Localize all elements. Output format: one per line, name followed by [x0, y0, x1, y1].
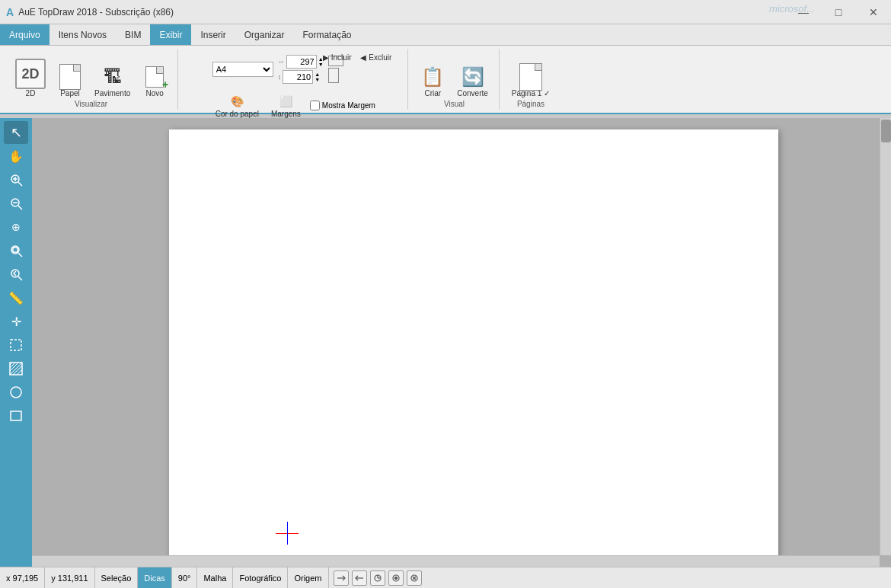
btn-converte-label: Converte — [457, 89, 488, 97]
svg-line-8 — [18, 253, 22, 257]
status-mode: Seleção — [95, 567, 139, 588]
app-logo-icon: A — [6, 6, 14, 18]
tool-pan[interactable]: ✛ — [4, 310, 28, 333]
left-toolbar: ↖ ✋ ⊕ 📏 ✛ — [0, 118, 32, 567]
vertical-scrollbar[interactable] — [880, 118, 891, 555]
ribbon: 2D 2D Papel 🏗 Pavimento — [0, 46, 891, 114]
btn-pavimento[interactable]: 🏗 Pavimento — [90, 62, 135, 100]
ribbon-visual-items: 📋 Criar 🔄 Converte — [416, 49, 493, 100]
criar-icon: 📋 — [420, 65, 445, 89]
fotografico-label: Fotográfico — [239, 574, 281, 583]
pavimento-icon: 🏗 — [101, 65, 125, 89]
novo-icon: + — [142, 65, 167, 89]
status-icons — [329, 570, 426, 586]
horizontal-scrollbar[interactable] — [32, 555, 880, 567]
status-origem[interactable]: Origem — [288, 567, 328, 588]
svg-rect-21 — [11, 411, 21, 420]
menu-inserir[interactable]: Inserir — [191, 24, 235, 45]
vscroll-thumb[interactable] — [881, 120, 891, 142]
status-dicas[interactable]: Dicas — [138, 567, 172, 588]
btn-margens-label: Margens — [271, 110, 301, 118]
status-icon-3[interactable] — [370, 570, 385, 586]
btn-papel-label: Papel — [60, 89, 80, 97]
paginas-label: Páginas — [507, 100, 554, 110]
status-icon-4[interactable] — [388, 570, 404, 586]
canvas-area — [32, 118, 891, 567]
ribbon-content: 2D 2D Papel 🏗 Pavimento — [0, 46, 891, 113]
tool-zoom-window[interactable] — [4, 239, 28, 262]
svg-line-1 — [18, 182, 22, 186]
chk-mostra-margem[interactable]: Mostra Margem — [310, 101, 375, 110]
config-bottom-row: 🎨 Cor do papel ⬜ Margens Mostra Margem — [212, 91, 375, 120]
status-angle: 90° — [172, 567, 198, 588]
status-icon-2[interactable] — [352, 570, 367, 586]
btn-criar[interactable]: 📋 Criar — [416, 62, 449, 100]
height-spinner[interactable]: ▲ ▼ — [315, 72, 320, 82]
tool-zoom-prev[interactable] — [4, 263, 28, 286]
tool-circle[interactable] — [4, 381, 28, 404]
btn-novo[interactable]: + Novo — [138, 62, 171, 100]
svg-point-10 — [11, 270, 19, 277]
x-coord: x 97,195 — [6, 574, 38, 583]
svg-rect-9 — [13, 248, 18, 252]
btn-converte[interactable]: 🔄 Converte — [452, 62, 493, 100]
btn-novo-label: Novo — [146, 89, 164, 97]
cor-papel-icon: 🎨 — [228, 93, 245, 110]
ribbon-group-visualizar: 2D 2D Papel 🏗 Pavimento — [5, 49, 178, 110]
btn-2d-label: 2D — [26, 89, 36, 97]
status-icon-1[interactable] — [334, 570, 349, 586]
btn-pavimento-label: Pavimento — [94, 89, 130, 97]
menu-exibir[interactable]: Exibir — [150, 24, 191, 45]
mode-label: Seleção — [101, 574, 132, 583]
svg-point-28 — [394, 577, 397, 579]
tool-zoom-in[interactable] — [4, 168, 28, 191]
page-height-input[interactable] — [283, 70, 313, 84]
status-y: y 131,911 — [45, 567, 94, 588]
tool-zoom-out[interactable] — [4, 192, 28, 215]
btn-margens[interactable]: ⬜ Margens — [268, 91, 304, 120]
width-arrow-icon: ↔ — [278, 58, 285, 66]
tool-rectangle[interactable] — [4, 404, 28, 427]
status-fotografico[interactable]: Fotográfico — [233, 567, 288, 588]
svg-line-15 — [10, 363, 15, 368]
titlebar: A AuE TopDraw 2018 - Subscrição (x86) — … — [0, 0, 891, 24]
tool-zoom-fit[interactable]: ⊕ — [4, 216, 28, 238]
window-title: AuE TopDraw 2018 - Subscrição (x86) — [18, 7, 174, 18]
menu-formatacao[interactable]: Formatação — [293, 24, 360, 45]
margens-icon: ⬜ — [277, 93, 294, 110]
tool-select-area[interactable] — [4, 334, 28, 356]
paper-size-dropdown[interactable]: A4A3A1 — [212, 62, 273, 77]
ribbon-group-config: A4A3A1 ↔ ▲ ▼ ↕ — [180, 49, 408, 110]
origem-label: Origem — [294, 574, 321, 583]
menu-bim[interactable]: BIM — [116, 24, 150, 45]
btn-cor-papel[interactable]: 🎨 Cor do papel — [212, 91, 262, 120]
status-x: x 97,195 — [0, 567, 45, 588]
status-icon-5[interactable] — [407, 570, 422, 586]
btn-papel[interactable]: Papel — [53, 62, 87, 100]
tool-select[interactable]: ↖ — [4, 121, 28, 144]
btn-2d[interactable]: 2D 2D — [11, 56, 50, 100]
crosshair-vertical — [287, 522, 288, 545]
btn-excluir[interactable]: ◀ Excluir — [357, 52, 394, 63]
tool-measure[interactable]: 📏 — [4, 286, 28, 309]
menubar: Arquivo Itens Novos BIM Exibir Inserir O… — [0, 24, 891, 46]
svg-point-20 — [11, 387, 21, 398]
menu-itens-novos[interactable]: Itens Novos — [50, 24, 116, 45]
menu-organizar[interactable]: Organizar — [235, 24, 294, 45]
portrait-btn[interactable] — [328, 68, 339, 83]
papel-icon — [58, 65, 82, 89]
btn-pagina1[interactable]: Página 1 ✓ — [507, 62, 554, 100]
page-width-input[interactable] — [286, 55, 317, 69]
2d-icon: 2D — [15, 59, 46, 89]
btn-incluir[interactable]: ▶ Incluir — [320, 52, 354, 63]
page-size-inputs: ↔ ▲ ▼ ↕ ▲ ▼ — [278, 52, 324, 87]
visual-label: Visual — [416, 100, 493, 110]
mostra-margem-checkbox[interactable] — [310, 101, 320, 110]
status-malha[interactable]: Malha — [197, 567, 233, 588]
tool-hand[interactable]: ✋ — [4, 145, 28, 168]
tool-hatch[interactable] — [4, 357, 28, 380]
malha-label: Malha — [203, 574, 226, 583]
menu-arquivo[interactable]: Arquivo — [0, 24, 50, 45]
angle-label: 90° — [178, 574, 191, 583]
dicas-label: Dicas — [144, 574, 165, 583]
